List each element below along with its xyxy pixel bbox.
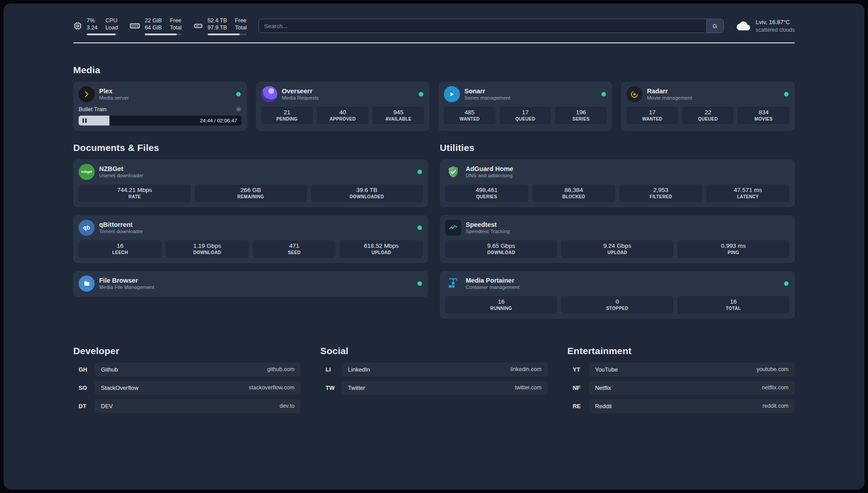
stat-value: 47.571 ms bbox=[708, 187, 788, 193]
stat-tile: 40 APPROVED bbox=[317, 107, 369, 124]
stat-label: QUEUED bbox=[684, 117, 732, 121]
service-card-overseerr[interactable]: Overseerr Media Requests 21 PENDING 40 A… bbox=[256, 82, 430, 131]
service-subtitle: DNS and adblocking bbox=[466, 173, 789, 178]
search-input[interactable] bbox=[259, 19, 706, 33]
stat-value: 1.19 Gbps bbox=[167, 242, 247, 249]
stat-tile: 744.21 Mbps RATE bbox=[79, 184, 191, 202]
bookmark-abbr: TW bbox=[320, 384, 342, 391]
stat-label: STOPPED bbox=[563, 306, 672, 311]
bookmark-abbr: RE bbox=[568, 403, 589, 409]
pause-button[interactable] bbox=[83, 118, 87, 123]
search-bar: G bbox=[259, 19, 724, 33]
disk-free-value: 52.4 TB bbox=[208, 17, 227, 24]
bookmark-abbr: NF bbox=[568, 384, 589, 391]
bookmark-link-github[interactable]: Github github.com bbox=[95, 363, 300, 376]
stat-label: TOTAL bbox=[679, 306, 788, 311]
top-bar: 7% 3.24 CPU Load bbox=[73, 4, 795, 35]
stat-value: 266 GB bbox=[196, 187, 305, 193]
service-card-portainer[interactable]: Media Portainer Container management 16 … bbox=[440, 271, 795, 319]
bookmark-link-twitter[interactable]: Twitter twitter.com bbox=[342, 381, 547, 395]
bookmark-link-dev[interactable]: DEV dev.to bbox=[95, 399, 300, 413]
cloud-icon bbox=[735, 19, 751, 33]
bookmark-url: stackoverflow.com bbox=[249, 384, 294, 391]
bookmark-link-linkedin[interactable]: LinkedIn linkedin.com bbox=[342, 363, 547, 376]
disk-icon bbox=[193, 21, 203, 31]
bookmark-row: DT DEV dev.to bbox=[73, 399, 300, 413]
service-name: Overseerr bbox=[282, 88, 414, 95]
stat-tile: 0.993 ms PING bbox=[677, 240, 789, 258]
service-subtitle: Media server bbox=[99, 95, 232, 100]
stat-value: 9.24 Gbps bbox=[563, 242, 672, 249]
stat-value: 17 bbox=[501, 109, 550, 116]
stat-label: PING bbox=[679, 250, 788, 255]
ram-icon bbox=[129, 21, 140, 31]
service-name: Plex bbox=[99, 88, 232, 95]
header-divider bbox=[73, 42, 795, 43]
nzbget-icon: nzbget bbox=[79, 164, 95, 180]
stat-tile: 22 QUEUED bbox=[682, 107, 734, 124]
service-subtitle: Usenet downloader bbox=[99, 173, 413, 178]
stat-value: 945 bbox=[374, 109, 422, 116]
cpu-load-label: Load bbox=[105, 24, 118, 31]
stat-value: 22 bbox=[684, 109, 732, 116]
stat-tile: 0 STOPPED bbox=[561, 296, 673, 313]
status-dot bbox=[419, 92, 423, 96]
resource-widgets: 7% 3.24 CPU Load bbox=[73, 17, 247, 35]
nzbget-icon-text: nzbget bbox=[81, 170, 92, 174]
service-card-nzbget[interactable]: nzbget NZBGet Usenet downloader 744.21 M… bbox=[73, 159, 428, 207]
section-media: Media Plex Media server bbox=[73, 65, 795, 131]
stat-value: 16 bbox=[447, 298, 555, 305]
qbittorrent-icon: qb bbox=[79, 220, 95, 236]
stat-tile: 21 PENDING bbox=[261, 107, 313, 124]
stat-tile: 9.24 Gbps UPLOAD bbox=[561, 240, 673, 258]
service-card-speedtest[interactable]: Speedtest Speedtest Tracking 9.65 Gbps D… bbox=[440, 215, 795, 263]
stat-tile: 485 WANTED bbox=[444, 107, 496, 124]
stat-tile: 196 SERIES bbox=[555, 107, 607, 124]
service-card-plex[interactable]: Plex Media server Bullet Train bbox=[73, 82, 247, 131]
stat-tile: 2,953 FILTERED bbox=[619, 184, 702, 202]
service-subtitle: Torrent downloader bbox=[99, 229, 413, 234]
stat-label: RUNNING bbox=[447, 306, 555, 311]
search-provider-button[interactable]: G bbox=[706, 19, 723, 33]
sonarr-icon bbox=[444, 86, 460, 102]
stat-tile: 834 MOVIES bbox=[738, 107, 789, 124]
service-card-radarr[interactable]: Radarr Movie management 17 WANTED 22 QUE… bbox=[621, 82, 795, 131]
playback-progress-bar[interactable]: 24:44 / 02:06:47 bbox=[79, 116, 242, 125]
section-utilities: Utilities bbox=[440, 142, 795, 319]
stat-value: 0 bbox=[563, 298, 672, 305]
service-card-adguard[interactable]: AdGuard Home DNS and adblocking 498,461 … bbox=[440, 159, 795, 207]
bookmark-row: LI LinkedIn linkedin.com bbox=[320, 363, 547, 376]
bookmark-link-youtube[interactable]: YouTube youtube.com bbox=[589, 363, 795, 376]
ram-progress-fill bbox=[145, 33, 177, 35]
bookmark-name: DEV bbox=[101, 403, 113, 409]
service-name: Radarr bbox=[647, 88, 780, 95]
bookmark-link-reddit[interactable]: Reddit reddit.com bbox=[589, 399, 795, 413]
ram-widget: 22 GiB 64 GiB Free Total bbox=[129, 17, 182, 35]
bookmark-name: LinkedIn bbox=[348, 366, 370, 373]
bookmark-link-netflix[interactable]: Netflix netflix.com bbox=[589, 381, 795, 395]
stat-label: APPROVED bbox=[319, 117, 367, 121]
service-subtitle: Media File Management bbox=[99, 284, 413, 290]
stat-value: 196 bbox=[557, 109, 605, 116]
bookmark-link-stackoverflow[interactable]: StackOverflow stackoverflow.com bbox=[95, 381, 300, 395]
stat-label: QUERIES bbox=[447, 194, 526, 199]
service-name: Speedtest bbox=[466, 221, 789, 228]
stat-tile: 266 GB REMAINING bbox=[195, 184, 307, 202]
service-card-filebrowser[interactable]: File Browser Media File Management bbox=[73, 271, 428, 297]
stat-value: 0.993 ms bbox=[679, 242, 788, 249]
stat-label: REMAINING bbox=[196, 194, 305, 199]
gear-icon[interactable] bbox=[236, 106, 242, 112]
weather-widget: Lviv, 16.87°C scattered clouds bbox=[735, 18, 795, 34]
stat-tile: 16 RUNNING bbox=[445, 296, 557, 313]
stat-label: RATE bbox=[80, 194, 189, 199]
section-title-entertainment: Entertainment bbox=[568, 346, 795, 356]
stat-value: 86,384 bbox=[534, 187, 613, 193]
stat-value: 9.65 Gbps bbox=[447, 242, 555, 249]
bookmark-url: youtube.com bbox=[756, 366, 789, 372]
stat-label: AVAILABLE bbox=[374, 117, 422, 121]
service-card-qbittorrent[interactable]: qb qBittorrent Torrent downloader 16 bbox=[73, 215, 428, 263]
weather-condition: scattered clouds bbox=[756, 26, 795, 34]
service-card-sonarr[interactable]: Sonarr Series management 485 WANTED 17 Q… bbox=[438, 82, 612, 131]
bookmark-name: YouTube bbox=[595, 366, 618, 373]
bookmark-url: dev.to bbox=[280, 403, 294, 409]
